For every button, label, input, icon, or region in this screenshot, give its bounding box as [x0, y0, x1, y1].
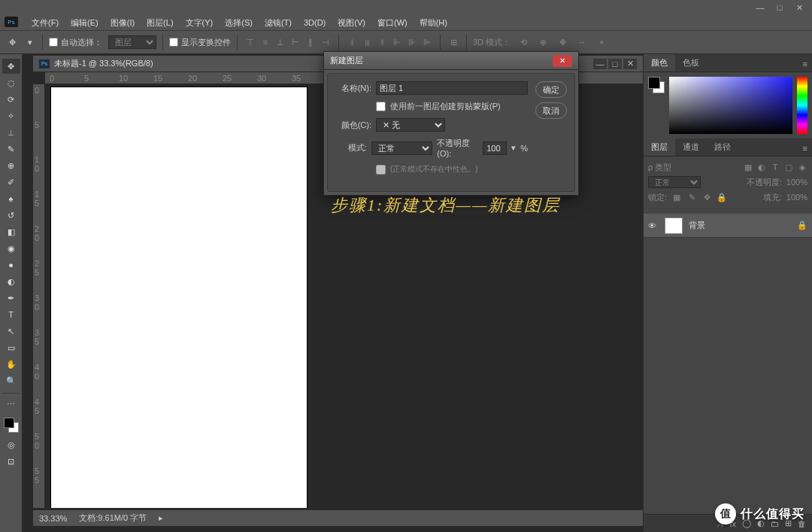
quick-mask-tool[interactable]: ◎	[2, 437, 20, 452]
show-transform-checkbox[interactable]: 显示变换控件	[169, 37, 231, 48]
pen-tool[interactable]: ✒	[2, 290, 20, 306]
dist-vcenter-icon[interactable]: ⫼	[360, 35, 374, 49]
menu-select[interactable]: 选择(S)	[220, 16, 257, 30]
align-hcenter-icon[interactable]: ∥	[304, 35, 317, 49]
align-bottom-icon[interactable]: ⊥	[274, 35, 287, 49]
blur-tool[interactable]: ●	[2, 257, 20, 272]
menu-image[interactable]: 图像(I)	[106, 16, 139, 30]
mode-select[interactable]: 正常	[371, 141, 432, 155]
align-vcenter-icon[interactable]: ≡	[259, 35, 272, 49]
brush-tool[interactable]: ✐	[2, 175, 20, 190]
ruler-vertical[interactable]: 0 5 1 0 1 5 2 0 2 5 3 0 3 5 4 0 4 5 5 0 …	[33, 84, 45, 508]
lock-paint-icon[interactable]: ✎	[686, 192, 697, 202]
menu-window[interactable]: 窗口(W)	[373, 16, 412, 30]
maximize-button[interactable]: □	[770, 2, 789, 14]
menu-edit[interactable]: 编辑(E)	[66, 16, 103, 30]
menu-3d[interactable]: 3D(D)	[299, 17, 330, 29]
dist-top-icon[interactable]: ⫴	[345, 35, 359, 49]
filter-smart-icon[interactable]: ◈	[797, 162, 807, 172]
tab-layers[interactable]: 图层	[644, 138, 675, 156]
tab-channels[interactable]: 通道	[675, 138, 707, 156]
3d-pan-icon[interactable]: ✥	[556, 35, 569, 49]
filter-shape-icon[interactable]: ▢	[783, 162, 794, 172]
doc-status[interactable]: 文档:9.61M/0 字节	[79, 512, 147, 524]
path-select-tool[interactable]: ↖	[2, 324, 20, 339]
opacity-input[interactable]	[483, 141, 507, 155]
clip-mask-checkbox[interactable]	[376, 102, 386, 111]
eraser-tool[interactable]: ◧	[2, 224, 20, 239]
lock-icon[interactable]: 🔒	[797, 220, 807, 230]
dist-bottom-icon[interactable]: ⫵	[375, 35, 389, 49]
healing-tool[interactable]: ⊕	[2, 158, 20, 173]
lock-pos-icon[interactable]: ✥	[701, 192, 712, 202]
tab-paths[interactable]: 路径	[707, 138, 738, 156]
panel-menu-icon[interactable]: ≡	[798, 56, 812, 71]
align-top-icon[interactable]: ⊤	[244, 35, 257, 49]
color-field[interactable]	[669, 77, 792, 134]
dist-right-icon[interactable]: ⊫	[420, 35, 434, 49]
doc-maximize-button[interactable]: □	[608, 59, 622, 69]
menu-file[interactable]: 文件(F)	[27, 16, 63, 30]
3d-roll-icon[interactable]: ⊕	[536, 35, 550, 49]
menu-view[interactable]: 视图(V)	[333, 16, 370, 30]
dropdown-icon[interactable]: ▾	[24, 36, 36, 48]
gradient-tool[interactable]: ◉	[2, 241, 20, 256]
filter-pixel-icon[interactable]: ▦	[743, 162, 753, 172]
tab-swatches[interactable]: 色板	[675, 54, 707, 71]
opacity-dropdown-icon[interactable]: ▾	[511, 143, 516, 153]
visibility-icon[interactable]: 👁	[648, 221, 659, 230]
menu-type[interactable]: 文字(Y)	[181, 16, 218, 30]
layer-name[interactable]: 背景	[689, 220, 791, 231]
hue-slider[interactable]	[797, 77, 807, 134]
auto-select-checkbox[interactable]: 自动选择：	[49, 37, 102, 48]
dist-left-icon[interactable]: ⊩	[390, 35, 404, 49]
color-swatch[interactable]	[4, 418, 19, 433]
3d-orbit-icon[interactable]: ⟲	[517, 35, 530, 49]
opacity-value[interactable]: 100%	[786, 178, 807, 187]
doc-minimize-button[interactable]: —	[593, 59, 607, 69]
zoom-level[interactable]: 33.33%	[39, 514, 67, 523]
type-tool[interactable]: T	[2, 307, 20, 322]
screen-mode-tool[interactable]: ⊡	[2, 454, 20, 469]
stamp-tool[interactable]: ♠	[2, 191, 20, 206]
tab-color[interactable]: 颜色	[644, 54, 675, 71]
3d-slide-icon[interactable]: ↔	[575, 35, 589, 49]
fg-bg-swatch[interactable]	[648, 77, 665, 93]
magic-wand-tool[interactable]: ✧	[2, 108, 20, 123]
shape-tool[interactable]: ▭	[2, 340, 20, 355]
minimize-button[interactable]: —	[750, 2, 770, 14]
menu-help[interactable]: 帮助(H)	[415, 16, 452, 30]
menu-layer[interactable]: 图层(L)	[142, 16, 177, 30]
align-left-icon[interactable]: ⊢	[289, 35, 302, 49]
dialog-close-button[interactable]: ✕	[553, 55, 572, 67]
align-right-icon[interactable]: ⊣	[319, 35, 332, 49]
layer-name-input[interactable]	[376, 81, 528, 95]
blend-mode-select[interactable]: 正常	[648, 176, 701, 188]
lasso-tool[interactable]: ⟳	[2, 92, 20, 107]
fill-value[interactable]: 100%	[786, 193, 807, 202]
layer-thumbnail[interactable]	[665, 217, 683, 234]
marquee-tool[interactable]: ◌	[2, 75, 20, 90]
dist-hcenter-icon[interactable]: ⊪	[405, 35, 419, 49]
dialog-titlebar[interactable]: 新建图层 ✕	[324, 52, 578, 70]
close-button[interactable]: ✕	[789, 2, 809, 14]
3d-camera-icon[interactable]: ⌖	[595, 35, 608, 49]
move-tool[interactable]: ✥	[2, 59, 20, 74]
doc-close-button[interactable]: ✕	[623, 59, 637, 69]
canvas[interactable]	[51, 87, 307, 508]
filter-adjust-icon[interactable]: ◐	[756, 162, 767, 172]
color-select[interactable]: ✕ 无	[376, 118, 445, 132]
history-brush-tool[interactable]: ↺	[2, 208, 20, 223]
status-arrow-icon[interactable]: ▸	[159, 513, 163, 523]
crop-tool[interactable]: ⟂	[2, 125, 20, 140]
dodge-tool[interactable]: ◐	[2, 274, 20, 289]
ok-button[interactable]: 确定	[535, 81, 567, 98]
layer-row[interactable]: 👁 背景 🔒	[644, 214, 812, 238]
edit-toolbar[interactable]: ⋯	[2, 397, 20, 412]
layer-list[interactable]: 👁 背景 🔒	[644, 214, 812, 514]
zoom-tool[interactable]: 🔍	[2, 373, 20, 388]
auto-align-icon[interactable]: ⊞	[447, 35, 460, 49]
lock-trans-icon[interactable]: ▦	[671, 192, 682, 202]
eyedropper-tool[interactable]: ✎	[2, 141, 20, 157]
lock-all-icon[interactable]: 🔒	[717, 192, 727, 202]
